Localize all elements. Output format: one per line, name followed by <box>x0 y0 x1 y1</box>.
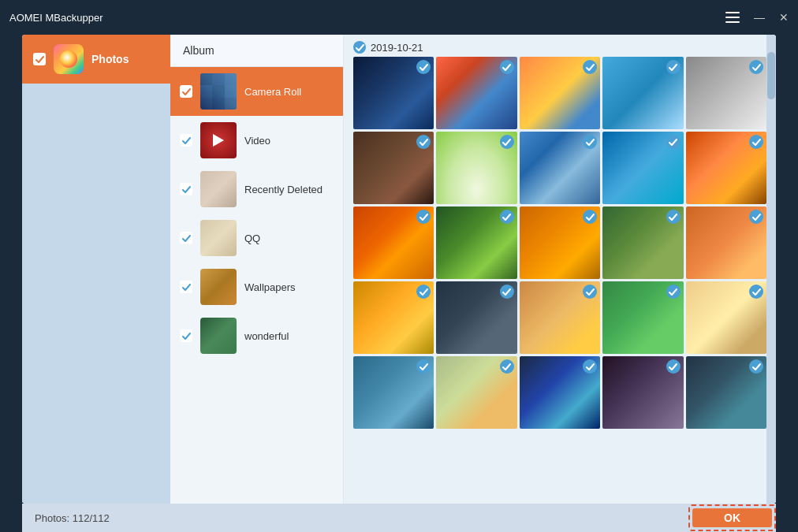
photo-cell-20[interactable] <box>686 281 766 354</box>
main-container: Photos Album Camera Roll <box>22 35 776 504</box>
wallpapers-checkbox[interactable] <box>180 281 192 293</box>
ok-area: OK <box>0 504 798 532</box>
album-header: Album <box>170 35 343 67</box>
photo-check-7 <box>500 135 514 149</box>
wonderful-checkbox[interactable] <box>180 329 192 342</box>
recently-deleted-checkbox[interactable] <box>180 183 192 195</box>
photo-check-6 <box>416 135 431 149</box>
photo-cell-23[interactable] <box>520 356 600 429</box>
photo-check-22 <box>500 359 514 374</box>
date-label: 2019-10-21 <box>371 42 423 54</box>
wallpapers-thumb <box>200 269 237 305</box>
photo-check-4 <box>666 60 681 74</box>
sidebar: Photos <box>22 35 170 504</box>
photo-check-10 <box>749 135 763 149</box>
ok-button[interactable]: OK <box>692 508 772 527</box>
video-checkbox[interactable] <box>180 134 192 147</box>
recently-deleted-label: Recently Deleted <box>244 184 323 195</box>
camera-roll-label: Camera Roll <box>244 86 301 98</box>
photo-cell-15[interactable] <box>686 206 766 279</box>
camera-roll-checkbox[interactable] <box>180 85 192 98</box>
photo-cell-8[interactable] <box>520 132 600 204</box>
photo-cell-18[interactable] <box>520 281 600 354</box>
photo-check-3 <box>583 60 597 74</box>
photo-cell-6[interactable] <box>353 132 434 204</box>
photo-cell-10[interactable] <box>686 132 766 204</box>
photo-cell-1[interactable] <box>353 57 434 129</box>
svg-rect-0 <box>725 12 740 13</box>
photo-cell-21[interactable] <box>353 356 434 429</box>
photos-icon <box>54 44 84 74</box>
photo-check-14 <box>666 210 681 224</box>
photo-cell-17[interactable] <box>436 281 516 354</box>
photo-cell-16[interactable] <box>353 281 434 354</box>
photo-check-13 <box>583 210 597 224</box>
album-item-qq[interactable]: QQ <box>170 214 343 262</box>
photo-check-5 <box>749 60 763 74</box>
app-title: AOMEI MBackupper <box>9 12 725 24</box>
photo-check-23 <box>583 359 597 374</box>
video-thumb <box>200 122 237 158</box>
minimize-button[interactable]: — <box>754 11 765 24</box>
photo-cell-25[interactable] <box>686 356 766 429</box>
album-item-recently-deleted[interactable]: Recently Deleted <box>170 165 343 214</box>
photo-check-11 <box>416 210 431 224</box>
qq-thumb <box>200 220 237 256</box>
photo-cell-22[interactable] <box>436 356 516 429</box>
photo-check-16 <box>416 285 431 299</box>
album-item-camera-roll[interactable]: Camera Roll <box>170 67 343 116</box>
wallpapers-label: Wallpapers <box>244 281 296 293</box>
list-view-button[interactable] <box>725 12 740 23</box>
ok-button-wrapper: OK <box>688 504 776 531</box>
photo-check-2 <box>500 60 514 74</box>
album-item-wallpapers[interactable]: Wallpapers <box>170 262 343 311</box>
svg-rect-2 <box>725 21 740 23</box>
photo-check-20 <box>749 285 763 299</box>
photos-checkbox[interactable] <box>33 53 46 65</box>
recently-deleted-thumb <box>200 171 237 207</box>
close-button[interactable]: ✕ <box>779 11 789 24</box>
photo-check-19 <box>666 285 681 299</box>
wonderful-label: wonderful <box>244 330 289 342</box>
photo-check-1 <box>416 60 431 74</box>
photo-cell-9[interactable] <box>602 132 683 204</box>
svg-rect-1 <box>725 17 740 18</box>
qq-checkbox[interactable] <box>180 232 192 244</box>
photo-check-21 <box>416 359 431 374</box>
content-area: 2019-10-21 <box>344 35 776 504</box>
photo-cell-13[interactable] <box>520 206 600 279</box>
window-controls: — ✕ <box>725 11 789 24</box>
photo-cell-24[interactable] <box>602 356 683 429</box>
photo-cell-11[interactable] <box>353 206 434 279</box>
vertical-scrollbar[interactable] <box>766 35 776 504</box>
titlebar: AOMEI MBackupper — ✕ <box>0 0 798 35</box>
photo-cell-12[interactable] <box>436 206 516 279</box>
photo-cell-3[interactable] <box>520 57 600 129</box>
photo-cell-4[interactable] <box>602 57 683 129</box>
photo-cell-19[interactable] <box>602 281 683 354</box>
photo-check-17 <box>500 285 514 299</box>
album-item-wonderful[interactable]: wonderful <box>170 311 343 360</box>
wonderful-thumb <box>200 318 237 354</box>
album-item-video[interactable]: Video <box>170 116 343 165</box>
sidebar-photos-item[interactable]: Photos <box>22 35 170 84</box>
date-section: 2019-10-21 <box>344 35 776 57</box>
scrollbar-thumb[interactable] <box>767 52 775 99</box>
camera-roll-thumb <box>200 73 237 110</box>
photo-cell-2[interactable] <box>436 57 516 129</box>
photo-cell-7[interactable] <box>436 132 516 204</box>
photo-check-18 <box>583 285 597 299</box>
video-label: Video <box>244 135 270 147</box>
photo-check-8 <box>583 135 597 149</box>
photo-check-24 <box>666 359 681 374</box>
photo-cell-14[interactable] <box>602 206 683 279</box>
photos-label: Photos <box>91 53 129 65</box>
photo-check-12 <box>500 210 514 224</box>
photo-grid <box>344 57 776 432</box>
date-checkbox[interactable] <box>353 41 366 54</box>
photo-check-15 <box>749 210 763 224</box>
photo-check-25 <box>749 359 763 374</box>
qq-label: QQ <box>244 233 260 244</box>
photo-check-9 <box>666 135 681 149</box>
photo-cell-5[interactable] <box>686 57 766 129</box>
